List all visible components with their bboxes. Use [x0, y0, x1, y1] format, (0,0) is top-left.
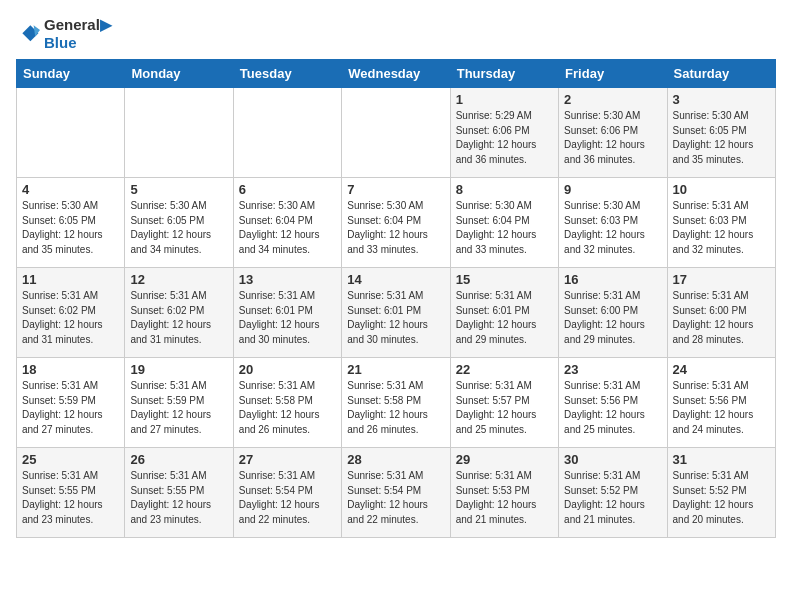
- day-number: 5: [130, 182, 227, 197]
- calendar-cell: [342, 88, 450, 178]
- calendar-cell: 25Sunrise: 5:31 AMSunset: 5:55 PMDayligh…: [17, 448, 125, 538]
- calendar-cell: 28Sunrise: 5:31 AMSunset: 5:54 PMDayligh…: [342, 448, 450, 538]
- calendar-cell: 4Sunrise: 5:30 AMSunset: 6:05 PMDaylight…: [17, 178, 125, 268]
- day-number: 16: [564, 272, 661, 287]
- day-number: 25: [22, 452, 119, 467]
- calendar-cell: 9Sunrise: 5:30 AMSunset: 6:03 PMDaylight…: [559, 178, 667, 268]
- day-number: 31: [673, 452, 770, 467]
- calendar-cell: 2Sunrise: 5:30 AMSunset: 6:06 PMDaylight…: [559, 88, 667, 178]
- day-info: Sunrise: 5:31 AMSunset: 6:02 PMDaylight:…: [22, 289, 119, 347]
- calendar-cell: 30Sunrise: 5:31 AMSunset: 5:52 PMDayligh…: [559, 448, 667, 538]
- calendar-body: 1Sunrise: 5:29 AMSunset: 6:06 PMDaylight…: [17, 88, 776, 538]
- calendar-cell: 29Sunrise: 5:31 AMSunset: 5:53 PMDayligh…: [450, 448, 558, 538]
- day-number: 17: [673, 272, 770, 287]
- calendar-week-4: 18Sunrise: 5:31 AMSunset: 5:59 PMDayligh…: [17, 358, 776, 448]
- day-info: Sunrise: 5:31 AMSunset: 5:52 PMDaylight:…: [564, 469, 661, 527]
- calendar-cell: [233, 88, 341, 178]
- day-info: Sunrise: 5:31 AMSunset: 5:58 PMDaylight:…: [347, 379, 444, 437]
- day-info: Sunrise: 5:31 AMSunset: 5:57 PMDaylight:…: [456, 379, 553, 437]
- day-number: 29: [456, 452, 553, 467]
- col-saturday: Saturday: [667, 60, 775, 88]
- col-wednesday: Wednesday: [342, 60, 450, 88]
- calendar-cell: [17, 88, 125, 178]
- day-number: 12: [130, 272, 227, 287]
- calendar-cell: 13Sunrise: 5:31 AMSunset: 6:01 PMDayligh…: [233, 268, 341, 358]
- day-number: 8: [456, 182, 553, 197]
- day-number: 2: [564, 92, 661, 107]
- day-info: Sunrise: 5:31 AMSunset: 6:01 PMDaylight:…: [347, 289, 444, 347]
- calendar-cell: 8Sunrise: 5:30 AMSunset: 6:04 PMDaylight…: [450, 178, 558, 268]
- calendar-cell: 15Sunrise: 5:31 AMSunset: 6:01 PMDayligh…: [450, 268, 558, 358]
- day-number: 18: [22, 362, 119, 377]
- day-number: 3: [673, 92, 770, 107]
- day-number: 14: [347, 272, 444, 287]
- calendar-header: Sunday Monday Tuesday Wednesday Thursday…: [17, 60, 776, 88]
- calendar-cell: 3Sunrise: 5:30 AMSunset: 6:05 PMDaylight…: [667, 88, 775, 178]
- calendar-cell: 1Sunrise: 5:29 AMSunset: 6:06 PMDaylight…: [450, 88, 558, 178]
- calendar-cell: 16Sunrise: 5:31 AMSunset: 6:00 PMDayligh…: [559, 268, 667, 358]
- calendar-week-5: 25Sunrise: 5:31 AMSunset: 5:55 PMDayligh…: [17, 448, 776, 538]
- day-info: Sunrise: 5:30 AMSunset: 6:05 PMDaylight:…: [130, 199, 227, 257]
- header-row: Sunday Monday Tuesday Wednesday Thursday…: [17, 60, 776, 88]
- day-number: 27: [239, 452, 336, 467]
- day-info: Sunrise: 5:30 AMSunset: 6:03 PMDaylight:…: [564, 199, 661, 257]
- day-info: Sunrise: 5:31 AMSunset: 6:00 PMDaylight:…: [673, 289, 770, 347]
- col-monday: Monday: [125, 60, 233, 88]
- calendar-cell: 14Sunrise: 5:31 AMSunset: 6:01 PMDayligh…: [342, 268, 450, 358]
- calendar-table: Sunday Monday Tuesday Wednesday Thursday…: [16, 59, 776, 538]
- logo: General▶ Blue: [16, 16, 112, 51]
- calendar-cell: 18Sunrise: 5:31 AMSunset: 5:59 PMDayligh…: [17, 358, 125, 448]
- calendar-cell: 7Sunrise: 5:30 AMSunset: 6:04 PMDaylight…: [342, 178, 450, 268]
- page-header: General▶ Blue: [16, 16, 776, 51]
- day-number: 24: [673, 362, 770, 377]
- day-number: 19: [130, 362, 227, 377]
- col-tuesday: Tuesday: [233, 60, 341, 88]
- logo-text: General▶ Blue: [44, 16, 112, 51]
- day-info: Sunrise: 5:31 AMSunset: 5:59 PMDaylight:…: [22, 379, 119, 437]
- calendar-cell: 26Sunrise: 5:31 AMSunset: 5:55 PMDayligh…: [125, 448, 233, 538]
- day-number: 7: [347, 182, 444, 197]
- col-friday: Friday: [559, 60, 667, 88]
- calendar-cell: 10Sunrise: 5:31 AMSunset: 6:03 PMDayligh…: [667, 178, 775, 268]
- day-info: Sunrise: 5:31 AMSunset: 5:56 PMDaylight:…: [673, 379, 770, 437]
- day-info: Sunrise: 5:31 AMSunset: 6:02 PMDaylight:…: [130, 289, 227, 347]
- calendar-cell: 22Sunrise: 5:31 AMSunset: 5:57 PMDayligh…: [450, 358, 558, 448]
- calendar-cell: 20Sunrise: 5:31 AMSunset: 5:58 PMDayligh…: [233, 358, 341, 448]
- day-info: Sunrise: 5:29 AMSunset: 6:06 PMDaylight:…: [456, 109, 553, 167]
- calendar-week-2: 4Sunrise: 5:30 AMSunset: 6:05 PMDaylight…: [17, 178, 776, 268]
- calendar-cell: 19Sunrise: 5:31 AMSunset: 5:59 PMDayligh…: [125, 358, 233, 448]
- day-number: 26: [130, 452, 227, 467]
- day-number: 20: [239, 362, 336, 377]
- day-info: Sunrise: 5:31 AMSunset: 6:00 PMDaylight:…: [564, 289, 661, 347]
- day-number: 4: [22, 182, 119, 197]
- day-info: Sunrise: 5:30 AMSunset: 6:05 PMDaylight:…: [22, 199, 119, 257]
- calendar-cell: 6Sunrise: 5:30 AMSunset: 6:04 PMDaylight…: [233, 178, 341, 268]
- logo-icon: [16, 22, 40, 46]
- calendar-cell: [125, 88, 233, 178]
- day-info: Sunrise: 5:31 AMSunset: 5:53 PMDaylight:…: [456, 469, 553, 527]
- day-info: Sunrise: 5:30 AMSunset: 6:04 PMDaylight:…: [239, 199, 336, 257]
- col-sunday: Sunday: [17, 60, 125, 88]
- day-number: 10: [673, 182, 770, 197]
- calendar-cell: 24Sunrise: 5:31 AMSunset: 5:56 PMDayligh…: [667, 358, 775, 448]
- day-info: Sunrise: 5:31 AMSunset: 5:56 PMDaylight:…: [564, 379, 661, 437]
- calendar-cell: 17Sunrise: 5:31 AMSunset: 6:00 PMDayligh…: [667, 268, 775, 358]
- day-number: 13: [239, 272, 336, 287]
- day-info: Sunrise: 5:30 AMSunset: 6:04 PMDaylight:…: [347, 199, 444, 257]
- day-number: 6: [239, 182, 336, 197]
- col-thursday: Thursday: [450, 60, 558, 88]
- calendar-cell: 12Sunrise: 5:31 AMSunset: 6:02 PMDayligh…: [125, 268, 233, 358]
- day-info: Sunrise: 5:31 AMSunset: 6:01 PMDaylight:…: [239, 289, 336, 347]
- day-info: Sunrise: 5:31 AMSunset: 6:03 PMDaylight:…: [673, 199, 770, 257]
- day-info: Sunrise: 5:30 AMSunset: 6:06 PMDaylight:…: [564, 109, 661, 167]
- day-number: 23: [564, 362, 661, 377]
- day-info: Sunrise: 5:31 AMSunset: 5:55 PMDaylight:…: [130, 469, 227, 527]
- calendar-cell: 31Sunrise: 5:31 AMSunset: 5:52 PMDayligh…: [667, 448, 775, 538]
- calendar-cell: 5Sunrise: 5:30 AMSunset: 6:05 PMDaylight…: [125, 178, 233, 268]
- day-info: Sunrise: 5:31 AMSunset: 5:54 PMDaylight:…: [347, 469, 444, 527]
- day-info: Sunrise: 5:31 AMSunset: 5:54 PMDaylight:…: [239, 469, 336, 527]
- calendar-week-3: 11Sunrise: 5:31 AMSunset: 6:02 PMDayligh…: [17, 268, 776, 358]
- day-info: Sunrise: 5:31 AMSunset: 6:01 PMDaylight:…: [456, 289, 553, 347]
- day-info: Sunrise: 5:30 AMSunset: 6:05 PMDaylight:…: [673, 109, 770, 167]
- day-number: 11: [22, 272, 119, 287]
